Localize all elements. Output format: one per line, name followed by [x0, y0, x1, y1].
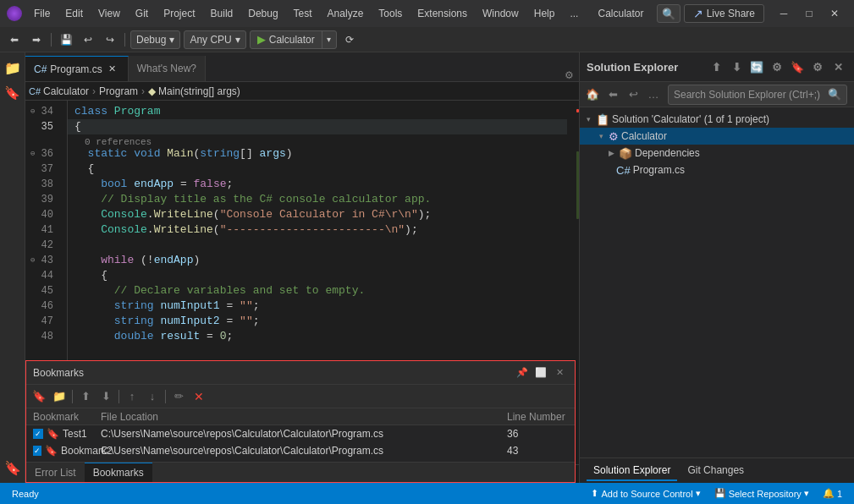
redo-button[interactable]: ↪ — [101, 30, 119, 49]
bm-row-2[interactable]: ✓ 🔖 Bookmark2 C:\Users\Name\source\repos… — [26, 442, 575, 459]
activity-explore[interactable]: 📁 — [1, 56, 25, 79]
forward-button[interactable]: ➡ — [27, 30, 46, 49]
tab-gear-button[interactable]: ⚙ — [559, 69, 579, 81]
menu-project[interactable]: Project — [157, 6, 201, 21]
tree-arrow-solution: ▾ — [583, 115, 593, 123]
undo-button[interactable]: ↩ — [79, 30, 97, 49]
bm-tab-error-list[interactable]: Error List — [26, 463, 85, 482]
menu-build[interactable]: Build — [204, 6, 240, 21]
menu-help[interactable]: Help — [527, 6, 562, 21]
bm-row2-line: 43 — [504, 445, 571, 457]
se-tb-more[interactable]: … — [644, 85, 663, 104]
se-close[interactable]: ✕ — [829, 58, 847, 76]
activity-bookmark-bottom[interactable]: 🔖 — [1, 456, 25, 479]
tab-program-cs[interactable]: C# Program.cs ✕ — [25, 56, 129, 81]
menu-view[interactable]: View — [91, 6, 127, 21]
menu-window[interactable]: Window — [476, 6, 526, 21]
repo-arrow: ▾ — [804, 488, 809, 499]
menu-test[interactable]: Test — [287, 6, 319, 21]
tab-whats-new[interactable]: What's New? — [129, 56, 206, 81]
bm-rename[interactable]: ✏ — [169, 387, 188, 406]
bm-move-down[interactable]: ↓ — [143, 387, 162, 406]
se-search[interactable]: Search Solution Explorer (Ctrl+;) 🔍 — [668, 85, 847, 105]
add-source-control-button[interactable]: ⬆ Add to Source Control ▾ — [584, 483, 707, 504]
notification-button[interactable]: 🔔 1 — [816, 483, 849, 504]
se-bookmark[interactable]: 🔖 — [788, 58, 807, 76]
fold-34[interactable]: ⊖ — [28, 107, 38, 117]
menu-file[interactable]: File — [27, 6, 57, 21]
breadcrumb-calculator[interactable]: C# Calculator — [29, 85, 89, 97]
breadcrumb-namespace[interactable]: Program — [99, 85, 138, 97]
bm-row2-checkbox[interactable]: ✓ — [33, 446, 41, 456]
bm-add-folder[interactable]: 📁 — [50, 387, 69, 406]
save-all-button[interactable]: 💾 — [57, 30, 75, 49]
tree-solution[interactable]: ▾ 📋 Solution 'Calculator' (1 of 1 projec… — [580, 111, 854, 128]
menu-debug[interactable]: Debug — [241, 6, 284, 21]
menu-edit[interactable]: Edit — [58, 6, 90, 21]
debug-config-dropdown[interactable]: Debug ▾ — [130, 30, 180, 49]
code-line-40: Console.WriteLine("Console Calculator in… — [68, 207, 567, 222]
menu-more[interactable]: ... — [563, 6, 585, 21]
se-toolbar: 🏠 ⬅ ↩ … Search Solution Explorer (Ctrl+;… — [580, 82, 854, 107]
live-share-icon: ↗ — [693, 7, 703, 20]
se-tb-home[interactable]: 🏠 — [583, 85, 602, 104]
menu-extensions[interactable]: Extensions — [410, 6, 474, 21]
restart-button[interactable]: ⟳ — [340, 30, 359, 49]
activity-bookmark-top[interactable]: 🔖 — [1, 81, 25, 105]
select-repository-button[interactable]: 💾 Select Repository ▾ — [708, 483, 816, 504]
fold-36[interactable]: ⊖ — [28, 149, 38, 159]
fold-43[interactable]: ⊖ — [28, 255, 38, 266]
line-40: 40 — [25, 207, 60, 222]
run-label: Calculator — [269, 34, 315, 46]
se-filter[interactable]: ⚙ — [768, 58, 786, 76]
se-tab-git-changes[interactable]: Git Changes — [680, 461, 751, 481]
bm-add-bookmark[interactable]: 🔖 — [30, 387, 48, 406]
platform-dropdown[interactable]: Any CPU ▾ — [184, 30, 245, 49]
line-41: 41 — [25, 222, 60, 238]
menu-analyze[interactable]: Analyze — [321, 6, 371, 21]
tree-program-cs[interactable]: C# Program.cs — [580, 162, 854, 178]
se-arrow-up[interactable]: ⬆ — [707, 58, 725, 76]
bm-row1-checkbox[interactable]: ✓ — [33, 429, 43, 439]
run-dropdown-arrow[interactable]: ▾ — [322, 31, 336, 48]
bm-col-header-bookmark: Bookmark — [30, 411, 97, 423]
se-arrow-down[interactable]: ⬇ — [727, 58, 746, 76]
se-tb-refresh[interactable]: ↩ — [624, 85, 642, 104]
close-button[interactable]: ✕ — [822, 4, 847, 23]
code-line-37: { — [68, 162, 567, 177]
run-main-button[interactable]: ▶ Calculator — [251, 31, 322, 48]
breadcrumb-method[interactable]: ◆ Main(string[] args) — [148, 85, 240, 97]
bm-delete[interactable]: ✕ — [190, 387, 208, 406]
status-ready[interactable]: Ready — [5, 483, 46, 504]
live-share-button[interactable]: ↗ Live Share — [684, 4, 764, 23]
tab-program-cs-close[interactable]: ✕ — [106, 63, 119, 76]
bm-float[interactable]: ⬜ — [532, 364, 549, 381]
maximize-button[interactable]: □ — [796, 4, 822, 23]
se-sync[interactable]: 🔄 — [747, 58, 766, 76]
tree-dependencies[interactable]: ▶ 📦 Dependencies — [580, 145, 854, 162]
tree-project-calculator[interactable]: ▾ ⚙ Calculator — [580, 128, 854, 145]
se-header-icons: ⬆ ⬇ 🔄 ⚙ 🔖 ⚙ ✕ — [707, 58, 847, 76]
menu-git[interactable]: Git — [129, 6, 155, 21]
bm-prev[interactable]: ⬆ — [76, 387, 95, 406]
bm-next[interactable]: ⬇ — [96, 387, 115, 406]
se-tb-back[interactable]: ⬅ — [603, 85, 622, 104]
bm-row-1[interactable]: ✓ 🔖 Test1 C:\Users\Name\source\repos\Cal… — [26, 425, 575, 442]
minimize-button[interactable]: ─ — [771, 4, 796, 23]
se-settings[interactable]: ⚙ — [808, 58, 827, 76]
code-line-35: { — [68, 119, 567, 134]
bm-tab-bookmarks[interactable]: Bookmarks — [85, 463, 152, 482]
search-button[interactable]: 🔍 — [657, 4, 680, 23]
bm-pin[interactable]: 📌 — [514, 364, 531, 381]
title-actions: 🔍 ↗ Live Share ─ □ ✕ — [657, 4, 847, 23]
code-line-ref: 0 references — [68, 134, 567, 146]
menu-tools[interactable]: Tools — [372, 6, 409, 21]
back-button[interactable]: ⬅ — [5, 30, 24, 49]
bm-close[interactable]: ✕ — [551, 364, 568, 381]
breadcrumb-namespace-label: Program — [99, 85, 138, 97]
cs-icon: C# — [616, 164, 631, 177]
se-tab-solution-explorer[interactable]: Solution Explorer — [587, 461, 677, 481]
bm-row1-icon: 🔖 — [47, 428, 59, 440]
bm-col-header-file: File Location — [97, 411, 504, 423]
bm-move-up[interactable]: ↑ — [123, 387, 141, 406]
